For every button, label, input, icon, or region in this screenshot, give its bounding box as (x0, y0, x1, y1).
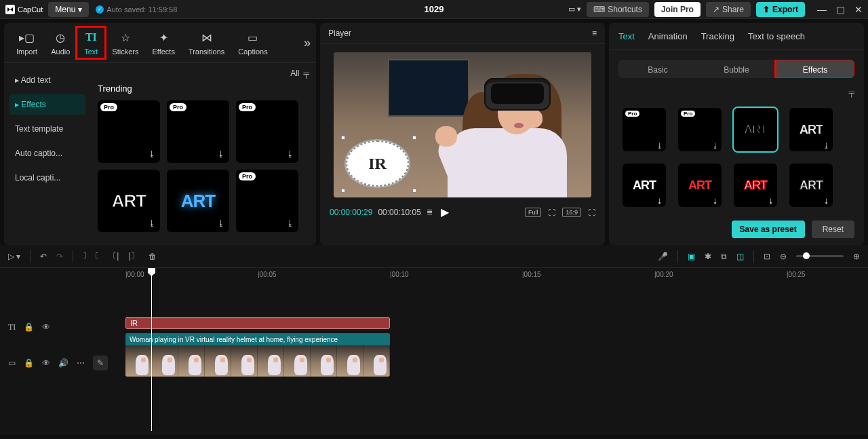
download-icon[interactable]: ⭳ (286, 149, 294, 159)
mic-icon[interactable]: 🎤 (658, 252, 668, 261)
sidebar-item-auto-captions[interactable]: Auto captio... (9, 143, 85, 164)
more-icon[interactable]: ⋯ (77, 358, 85, 368)
download-icon[interactable]: ⭳ (656, 197, 663, 205)
download-icon[interactable]: ⭳ (217, 149, 225, 159)
sidebar-item-add-text[interactable]: Add text (9, 70, 85, 90)
fit-icon[interactable]: ⊡ (764, 252, 770, 261)
sidebar-item-text-template[interactable]: Text template (9, 119, 85, 139)
ratio-button[interactable]: 16:9 (562, 208, 581, 217)
subtab-basic[interactable]: Basic (618, 60, 697, 78)
effect-item[interactable]: ART⭳ (789, 164, 833, 207)
right-tab-tracking[interactable]: Tracking (701, 31, 734, 41)
effect-item[interactable]: Pro⭳ (678, 108, 722, 151)
split-icon[interactable]: 〕〔 (83, 250, 99, 262)
list-icon[interactable]: ≣ (427, 208, 433, 216)
aspect-icon[interactable]: ▭ ▾ (568, 5, 581, 14)
shortcuts-button[interactable]: ⌨ Shortcuts (587, 2, 649, 17)
video-preview[interactable]: IR (334, 52, 591, 197)
tab-captions[interactable]: ▭Captions (231, 27, 274, 58)
filter-all[interactable]: All (290, 69, 299, 78)
tab-effects[interactable]: ✦Effects (145, 27, 181, 58)
selection-tool-icon[interactable]: ▷ ▾ (8, 252, 20, 261)
filter-icon[interactable]: ╤ (303, 69, 309, 78)
save-preset-button[interactable]: Save as preset (732, 221, 805, 238)
tab-stickers[interactable]: ☆Stickers (105, 27, 145, 58)
sidebar-item-local-captions[interactable]: Local capti... (9, 168, 85, 188)
asset-item[interactable]: ART⭳ (98, 170, 160, 232)
sidebar-item-effects[interactable]: Effects (9, 94, 85, 115)
redo-icon[interactable]: ↷ (56, 252, 63, 261)
download-icon[interactable]: ⭳ (148, 149, 156, 159)
zoom-slider[interactable] (796, 255, 844, 257)
snap-icon[interactable]: ✱ (705, 252, 711, 261)
download-icon[interactable]: ⭳ (768, 197, 774, 205)
text-icon: TI (83, 30, 98, 45)
text-clip[interactable]: IR (125, 317, 390, 329)
maximize-icon[interactable]: ▢ (836, 4, 845, 15)
subtab-effects[interactable]: Effects (776, 60, 854, 78)
pro-badge: Pro (100, 103, 117, 111)
reset-button[interactable]: Reset (812, 221, 854, 238)
effect-item[interactable]: ART⭳ (678, 164, 722, 207)
captions-icon: ▭ (245, 30, 260, 45)
asset-item[interactable]: Pro⭳ (98, 100, 160, 163)
tab-transitions[interactable]: ⋈Transitions (182, 27, 231, 58)
tabs-more-icon[interactable]: » (304, 36, 311, 50)
download-icon[interactable]: ⭳ (712, 197, 719, 205)
mute-icon[interactable]: 🔊 (58, 358, 68, 368)
subtab-bubble[interactable]: Bubble (697, 60, 776, 78)
playhead[interactable] (151, 268, 152, 431)
download-icon[interactable]: ⭳ (217, 218, 225, 228)
effect-item[interactable]: ART⭳ (789, 108, 833, 151)
visibility-icon[interactable]: 👁 (42, 358, 50, 368)
sort-icon[interactable]: ╤ (848, 88, 854, 97)
full-button[interactable]: Full (525, 208, 542, 217)
magnet-icon[interactable]: ▣ (688, 252, 695, 261)
undo-icon[interactable]: ↶ (40, 252, 47, 261)
export-button[interactable]: ⬆ Export (756, 2, 805, 17)
right-tab-text[interactable]: Text (618, 31, 635, 41)
right-tab-animation[interactable]: Animation (648, 31, 688, 41)
zoom-in-icon[interactable]: ⊕ (853, 252, 860, 261)
download-icon[interactable]: ⭳ (823, 142, 830, 149)
trim-left-icon[interactable]: 〔| (108, 250, 119, 262)
right-tab-tts[interactable]: Text to speech (748, 31, 805, 41)
preview-icon[interactable]: ◫ (736, 252, 744, 261)
crop-icon[interactable]: ⛶ (548, 208, 555, 216)
tab-text[interactable]: TIText (77, 27, 105, 58)
player-menu-icon[interactable]: ≡ (592, 28, 597, 38)
asset-item[interactable]: Pro⭳ (167, 100, 229, 163)
zoom-out-icon[interactable]: ⊖ (780, 252, 787, 261)
tab-import[interactable]: ▸▢Import (9, 27, 44, 58)
delete-icon[interactable]: 🗑 (149, 252, 157, 261)
close-icon[interactable]: ✕ (854, 4, 863, 15)
video-clip[interactable]: Woman playing in VR virtual reality helm… (125, 333, 390, 377)
download-icon[interactable]: ⭳ (712, 142, 719, 149)
download-icon[interactable]: ⭳ (656, 142, 663, 149)
download-icon[interactable]: ⭳ (148, 218, 156, 228)
link-icon[interactable]: ⧉ (721, 252, 727, 261)
minimize-icon[interactable]: — (817, 4, 827, 15)
effect-item[interactable]: ART⭳ (623, 164, 666, 207)
visibility-icon[interactable]: 👁 (42, 322, 50, 332)
share-button[interactable]: ↗ Share (706, 2, 751, 17)
asset-item[interactable]: Pro⭳ (236, 100, 298, 163)
effect-item[interactable]: Pro⭳ (623, 108, 666, 151)
effect-item[interactable]: ART (734, 108, 777, 151)
tab-audio[interactable]: ◷Audio (44, 27, 77, 58)
lock-icon[interactable]: 🔒 (24, 358, 34, 368)
lock-icon[interactable]: 🔒 (24, 322, 34, 332)
download-icon[interactable]: ⭳ (823, 197, 830, 205)
assets-heading: Trending (98, 83, 309, 94)
asset-item[interactable]: ART⭳ (167, 170, 229, 232)
download-icon[interactable]: ⭳ (286, 218, 294, 228)
effect-item[interactable]: ART⭳ (734, 164, 777, 207)
asset-item[interactable]: Pro⭳ (236, 170, 298, 232)
fullscreen-icon[interactable]: ⛶ (588, 208, 595, 216)
join-pro-button[interactable]: Join Pro (654, 2, 701, 17)
trim-right-icon[interactable]: |〕 (128, 250, 138, 262)
timeline-ruler[interactable]: |00:00 |00:05 |00:10 |00:15 |00:20 |00:2… (95, 268, 868, 284)
text-bubble-overlay[interactable]: IR (343, 138, 414, 191)
play-button[interactable]: ▶ (441, 206, 449, 218)
menu-button[interactable]: Menu▾ (48, 2, 89, 17)
